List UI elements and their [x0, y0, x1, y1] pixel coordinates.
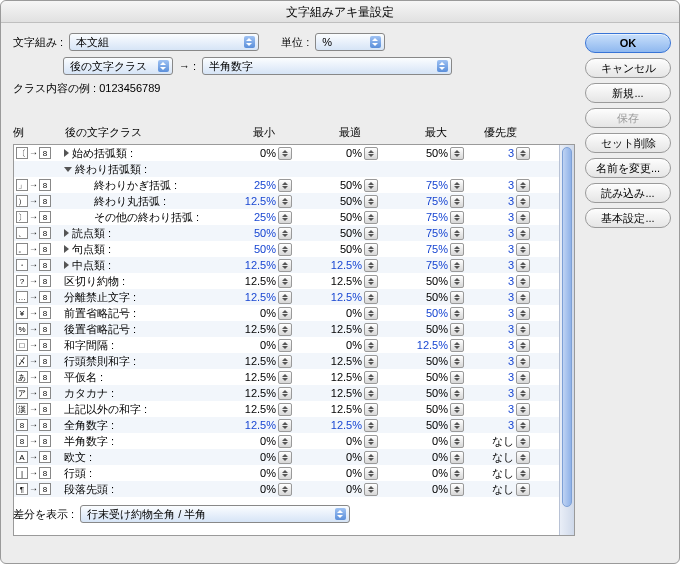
min-stepper[interactable]	[278, 419, 292, 432]
max-stepper[interactable]	[450, 259, 464, 272]
priority-stepper[interactable]	[516, 467, 530, 480]
rename-button[interactable]: 名前を変更...	[585, 158, 671, 178]
diff-select[interactable]: 行末受け約物全角 / 半角	[80, 505, 350, 523]
table-row[interactable]: 8→8半角数字 :0%0%0%なし	[14, 433, 559, 449]
priority-stepper[interactable]	[516, 483, 530, 496]
opt-stepper[interactable]	[364, 419, 378, 432]
table-row[interactable]: 〔→8始め括弧類 :0%0%50%3	[14, 145, 559, 161]
table-row[interactable]: 。→8句点類 :50%50%75%3	[14, 241, 559, 257]
opt-stepper[interactable]	[364, 467, 378, 480]
max-stepper[interactable]	[450, 483, 464, 496]
opt-stepper[interactable]	[364, 371, 378, 384]
priority-stepper[interactable]	[516, 323, 530, 336]
opt-stepper[interactable]	[364, 227, 378, 240]
unit-select[interactable]: %	[315, 33, 385, 51]
priority-stepper[interactable]	[516, 147, 530, 160]
priority-stepper[interactable]	[516, 243, 530, 256]
min-stepper[interactable]	[278, 403, 292, 416]
table-row[interactable]: ・→8中点類 :12.5%12.5%75%3	[14, 257, 559, 273]
max-stepper[interactable]	[450, 243, 464, 256]
table-row[interactable]: 漢→8上記以外の和字 :12.5%12.5%50%3	[14, 401, 559, 417]
priority-stepper[interactable]	[516, 275, 530, 288]
priority-stepper[interactable]	[516, 451, 530, 464]
min-stepper[interactable]	[278, 195, 292, 208]
opt-stepper[interactable]	[364, 291, 378, 304]
max-stepper[interactable]	[450, 339, 464, 352]
max-stepper[interactable]	[450, 419, 464, 432]
priority-stepper[interactable]	[516, 211, 530, 224]
opt-stepper[interactable]	[364, 259, 378, 272]
disclosure-triangle-icon[interactable]	[64, 261, 69, 269]
priority-stepper[interactable]	[516, 403, 530, 416]
table-row[interactable]: 〕→8その他の終わり括弧 :25%50%75%3	[14, 209, 559, 225]
max-stepper[interactable]	[450, 323, 464, 336]
opt-stepper[interactable]	[364, 147, 378, 160]
opt-stepper[interactable]	[364, 275, 378, 288]
min-stepper[interactable]	[278, 275, 292, 288]
table-row[interactable]: ?→8区切り約物 :12.5%12.5%50%3	[14, 273, 559, 289]
min-stepper[interactable]	[278, 483, 292, 496]
min-stepper[interactable]	[278, 355, 292, 368]
table-row[interactable]: あ→8平仮名 :12.5%12.5%50%3	[14, 369, 559, 385]
new-button[interactable]: 新規...	[585, 83, 671, 103]
opt-stepper[interactable]	[364, 179, 378, 192]
table-row[interactable]: 、→8読点類 :50%50%75%3	[14, 225, 559, 241]
save-button[interactable]: 保存	[585, 108, 671, 128]
table-row[interactable]: ¶→8段落先頭 :0%0%0%なし	[14, 481, 559, 497]
max-stepper[interactable]	[450, 275, 464, 288]
priority-stepper[interactable]	[516, 387, 530, 400]
table-row[interactable]: 8→8全角数字 :12.5%12.5%50%3	[14, 417, 559, 433]
min-stepper[interactable]	[278, 211, 292, 224]
table-row[interactable]: 」→8終わりかぎ括弧 :25%50%75%3	[14, 177, 559, 193]
opt-stepper[interactable]	[364, 483, 378, 496]
priority-stepper[interactable]	[516, 371, 530, 384]
max-stepper[interactable]	[450, 147, 464, 160]
max-stepper[interactable]	[450, 371, 464, 384]
opt-stepper[interactable]	[364, 243, 378, 256]
opt-stepper[interactable]	[364, 195, 378, 208]
opt-stepper[interactable]	[364, 323, 378, 336]
opt-stepper[interactable]	[364, 307, 378, 320]
priority-stepper[interactable]	[516, 355, 530, 368]
min-stepper[interactable]	[278, 259, 292, 272]
priority-stepper[interactable]	[516, 179, 530, 192]
max-stepper[interactable]	[450, 451, 464, 464]
scrollbar[interactable]	[559, 145, 574, 535]
min-stepper[interactable]	[278, 435, 292, 448]
table-row[interactable]: ア→8カタカナ :12.5%12.5%50%3	[14, 385, 559, 401]
priority-stepper[interactable]	[516, 339, 530, 352]
opt-stepper[interactable]	[364, 387, 378, 400]
min-stepper[interactable]	[278, 467, 292, 480]
opt-stepper[interactable]	[364, 339, 378, 352]
opt-stepper[interactable]	[364, 403, 378, 416]
scroll-thumb[interactable]	[562, 147, 572, 507]
priority-stepper[interactable]	[516, 195, 530, 208]
table-row[interactable]: |→8行頭 :0%0%0%なし	[14, 465, 559, 481]
min-stepper[interactable]	[278, 339, 292, 352]
priority-stepper[interactable]	[516, 435, 530, 448]
max-stepper[interactable]	[450, 211, 464, 224]
table-row[interactable]: 終わり括弧類 :	[14, 161, 559, 177]
table-row[interactable]: …→8分離禁止文字 :12.5%12.5%50%3	[14, 289, 559, 305]
mojikumi-select[interactable]: 本文組	[69, 33, 259, 51]
min-stepper[interactable]	[278, 291, 292, 304]
import-button[interactable]: 読み込み...	[585, 183, 671, 203]
table-row[interactable]: A→8欧文 :0%0%0%なし	[14, 449, 559, 465]
target-class-select[interactable]: 半角数字	[202, 57, 452, 75]
priority-stepper[interactable]	[516, 259, 530, 272]
table-row[interactable]: ）→8終わり丸括弧 :12.5%50%75%3	[14, 193, 559, 209]
disclosure-triangle-icon[interactable]	[64, 149, 69, 157]
disclosure-triangle-icon[interactable]	[64, 167, 72, 172]
min-stepper[interactable]	[278, 179, 292, 192]
min-stepper[interactable]	[278, 307, 292, 320]
opt-stepper[interactable]	[364, 355, 378, 368]
basic-settings-button[interactable]: 基本設定...	[585, 208, 671, 228]
table-row[interactable]: □→8和字間隔 :0%0%12.5%3	[14, 337, 559, 353]
ok-button[interactable]: OK	[585, 33, 671, 53]
priority-stepper[interactable]	[516, 419, 530, 432]
max-stepper[interactable]	[450, 355, 464, 368]
cancel-button[interactable]: キャンセル	[585, 58, 671, 78]
table-row[interactable]: 〆→8行頭禁則和字 :12.5%12.5%50%3	[14, 353, 559, 369]
min-stepper[interactable]	[278, 227, 292, 240]
disclosure-triangle-icon[interactable]	[64, 229, 69, 237]
